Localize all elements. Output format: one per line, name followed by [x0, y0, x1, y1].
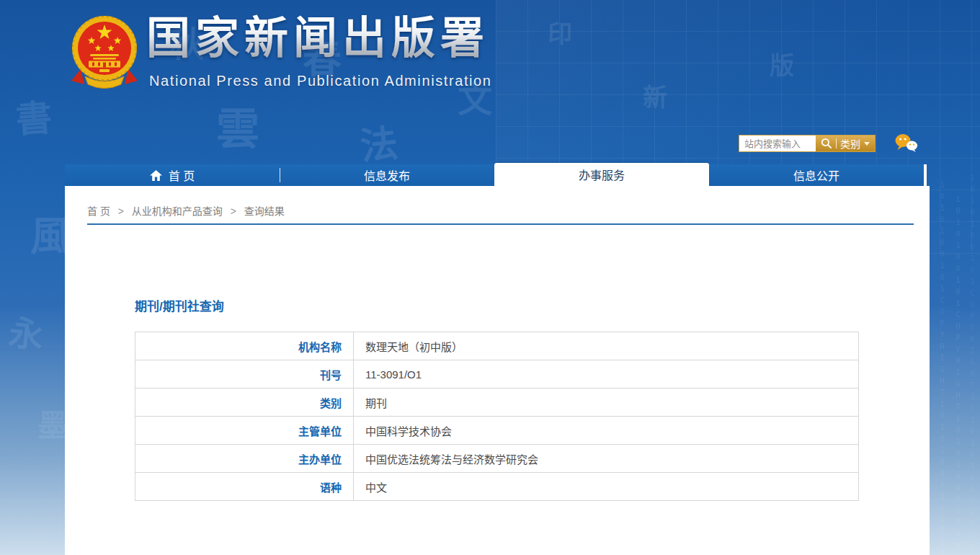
- site-title: 国家新闻出版署: [146, 13, 489, 63]
- nav-tab-disclosure[interactable]: 信息公开: [709, 164, 924, 186]
- nav-tab-label: 信息公开: [793, 166, 839, 184]
- table-row: 语种 中文: [135, 473, 859, 501]
- breadcrumb-separator: >: [231, 205, 236, 217]
- texture-glyph: 法: [358, 124, 399, 165]
- breadcrumb-current: 查询结果: [244, 205, 285, 217]
- national-emblem-logo: [68, 14, 141, 92]
- breadcrumb-query-link[interactable]: 从业机构和产品查询: [132, 205, 223, 217]
- table-row: 刊号 11-3091/O1: [135, 360, 859, 388]
- texture-glyph: 新: [643, 85, 667, 110]
- row-value: 期刊: [354, 388, 859, 417]
- site-search: 类别: [739, 135, 876, 152]
- breadcrumb-separator: >: [118, 205, 124, 217]
- search-row: 类别: [739, 134, 919, 153]
- category-dropdown[interactable]: 类别: [840, 136, 870, 151]
- result-table: 机构名称 数理天地（初中版） 刊号 11-3091/O1 类别 期刊 主管单位 …: [135, 332, 859, 501]
- row-value: 11-3091/O1: [354, 360, 859, 388]
- binary-texture: 1010100101COPYRIGHT101010101010100101010…: [937, 180, 947, 418]
- home-icon: [150, 170, 162, 181]
- row-value: 中国优选法统筹法与经济数学研究会: [354, 445, 859, 473]
- breadcrumb-divider: [87, 223, 914, 225]
- content-panel: 首 页 > 从业机构和产品查询 > 查询结果 期刊/期刊社查询 机构名称 数理天…: [65, 186, 930, 555]
- row-label: 机构名称: [135, 332, 354, 360]
- row-label: 主管单位: [135, 417, 354, 445]
- nav-tab-label: 办事服务: [579, 166, 625, 183]
- nav-tab-news[interactable]: 信息发布: [280, 164, 494, 186]
- chevron-down-icon: [864, 142, 870, 146]
- divider: [836, 138, 837, 148]
- table-row: 主办单位 中国优选法统筹法与经济数学研究会: [135, 445, 859, 473]
- nav-tab-home[interactable]: 首 页: [65, 164, 280, 186]
- binary-texture: 1010100101COPYRIGHT101010101010100101010…: [953, 195, 963, 411]
- breadcrumb: 首 页 > 从业机构和产品查询 > 查询结果: [87, 203, 285, 218]
- row-value: 数理天地（初中版）: [354, 332, 859, 360]
- page-title: 期刊/期刊社查询: [135, 296, 224, 314]
- row-label: 刊号: [135, 360, 354, 388]
- row-label: 主办单位: [135, 445, 354, 473]
- search-button[interactable]: 类别: [816, 136, 875, 151]
- texture-glyph: 雲: [216, 108, 259, 151]
- texture-glyph: 永: [7, 316, 45, 354]
- wechat-icon[interactable]: [894, 133, 919, 154]
- table-row: 类别 期刊: [135, 388, 859, 417]
- texture-glyph: 書: [14, 99, 53, 138]
- breadcrumb-home-link[interactable]: 首 页: [87, 205, 110, 217]
- nav-tab-label: 信息发布: [364, 166, 410, 184]
- nav-tab-label: 首 页: [169, 166, 195, 184]
- table-row: 机构名称 数理天地（初中版）: [135, 332, 859, 360]
- texture-glyph: 墨: [37, 411, 68, 441]
- nav-tab-services[interactable]: 办事服务: [494, 163, 709, 186]
- main-nav: 首 页 信息发布 办事服务 信息公开: [65, 164, 927, 186]
- category-label: 类别: [840, 136, 860, 151]
- site-subtitle: National Press and Publication Administr…: [149, 73, 492, 89]
- row-label: 类别: [135, 388, 354, 417]
- table-row: 主管单位 中国科学技术协会: [135, 417, 859, 445]
- row-label: 语种: [135, 473, 354, 501]
- row-value: 中文: [354, 473, 859, 501]
- binary-texture: 1010100101COPYRIGHT101010101010100101010…: [968, 173, 977, 418]
- row-value: 中国科学技术协会: [354, 417, 859, 445]
- texture-glyph: 印: [548, 22, 572, 46]
- search-icon[interactable]: [821, 138, 832, 149]
- texture-glyph: 版: [770, 53, 794, 78]
- search-input[interactable]: [739, 136, 816, 151]
